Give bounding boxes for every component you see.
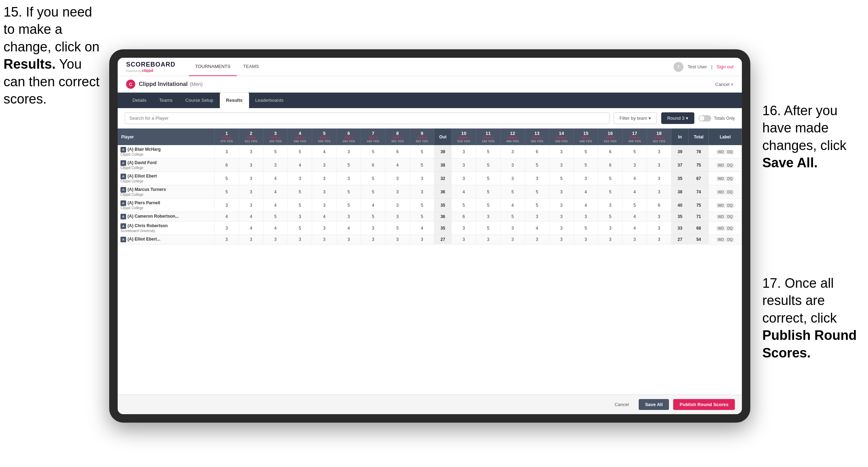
hole-2-score-3[interactable]: 3 bbox=[239, 185, 263, 199]
wd-label[interactable]: WD bbox=[717, 150, 725, 154]
hole-8-score-2[interactable]: 3 bbox=[385, 172, 410, 185]
hole-16-score-0[interactable]: 6 bbox=[598, 145, 622, 158]
hole-13-score-5[interactable]: 3 bbox=[525, 212, 549, 222]
hole-8-score-5[interactable]: 3 bbox=[385, 212, 410, 222]
hole-14-score-2[interactable]: 5 bbox=[549, 172, 574, 185]
search-input[interactable] bbox=[125, 112, 609, 124]
publish-round-scores-button[interactable]: Publish Round Scores bbox=[673, 399, 735, 410]
hole-14-score-6[interactable]: 3 bbox=[549, 222, 574, 235]
hole-18-score-6[interactable]: 3 bbox=[647, 222, 671, 235]
hole-10-score-5[interactable]: 6 bbox=[452, 212, 476, 222]
hole-10-score-1[interactable]: 3 bbox=[452, 158, 476, 172]
hole-6-score-0[interactable]: 3 bbox=[336, 145, 361, 158]
hole-3-score-1[interactable]: 3 bbox=[263, 158, 287, 172]
hole-10-score-6[interactable]: 3 bbox=[452, 222, 476, 235]
hole-13-score-7[interactable]: 3 bbox=[525, 235, 549, 244]
hole-5-score-7[interactable]: 3 bbox=[312, 235, 336, 244]
hole-4-score-4[interactable]: 5 bbox=[288, 199, 312, 212]
hole-5-score-1[interactable]: 3 bbox=[312, 158, 336, 172]
hole-14-score-0[interactable]: 3 bbox=[549, 145, 574, 158]
dq-label[interactable]: DQ bbox=[726, 214, 734, 219]
wd-label[interactable]: WD bbox=[717, 214, 725, 219]
tab-results[interactable]: Results bbox=[220, 93, 249, 108]
hole-7-score-2[interactable]: 5 bbox=[361, 172, 385, 185]
hole-8-score-4[interactable]: 3 bbox=[385, 199, 410, 212]
hole-4-score-7[interactable]: 3 bbox=[288, 235, 312, 244]
dq-label[interactable]: DQ bbox=[726, 226, 734, 231]
hole-15-score-5[interactable]: 3 bbox=[574, 212, 598, 222]
hole-15-score-3[interactable]: 4 bbox=[574, 185, 598, 199]
hole-2-score-5[interactable]: 4 bbox=[239, 212, 263, 222]
hole-13-score-4[interactable]: 5 bbox=[525, 199, 549, 212]
hole-7-score-6[interactable]: 3 bbox=[361, 222, 385, 235]
tab-details[interactable]: Details bbox=[126, 93, 153, 108]
hole-1-score-1[interactable]: 6 bbox=[215, 158, 239, 172]
hole-8-score-6[interactable]: 5 bbox=[385, 222, 410, 235]
hole-7-score-7[interactable]: 3 bbox=[361, 235, 385, 244]
hole-18-score-4[interactable]: 6 bbox=[647, 199, 671, 212]
hole-1-score-3[interactable]: 5 bbox=[215, 185, 239, 199]
hole-2-score-0[interactable]: 3 bbox=[239, 145, 263, 158]
hole-12-score-5[interactable]: 5 bbox=[500, 212, 525, 222]
hole-9-score-3[interactable]: 3 bbox=[410, 185, 434, 199]
hole-10-score-0[interactable]: 3 bbox=[452, 145, 476, 158]
hole-5-score-0[interactable]: 4 bbox=[312, 145, 336, 158]
hole-6-score-6[interactable]: 4 bbox=[336, 222, 361, 235]
tab-leaderboards[interactable]: Leaderboards bbox=[249, 93, 290, 108]
sign-out-link[interactable]: Sign out bbox=[717, 64, 733, 69]
hole-3-score-5[interactable]: 5 bbox=[263, 212, 287, 222]
hole-5-score-3[interactable]: 3 bbox=[312, 185, 336, 199]
hole-7-score-0[interactable]: 5 bbox=[361, 145, 385, 158]
hole-8-score-0[interactable]: 6 bbox=[385, 145, 410, 158]
hole-9-score-1[interactable]: 5 bbox=[410, 158, 434, 172]
hole-16-score-5[interactable]: 5 bbox=[598, 212, 622, 222]
dq-label[interactable]: DQ bbox=[726, 190, 734, 194]
hole-13-score-2[interactable]: 3 bbox=[525, 172, 549, 185]
hole-3-score-7[interactable]: 3 bbox=[263, 235, 287, 244]
hole-17-score-4[interactable]: 5 bbox=[622, 199, 647, 212]
hole-9-score-7[interactable]: 3 bbox=[410, 235, 434, 244]
hole-11-score-3[interactable]: 5 bbox=[476, 185, 500, 199]
hole-13-score-0[interactable]: 6 bbox=[525, 145, 549, 158]
hole-15-score-1[interactable]: 5 bbox=[574, 158, 598, 172]
hole-18-score-3[interactable]: 3 bbox=[647, 185, 671, 199]
dq-label[interactable]: DQ bbox=[726, 203, 734, 208]
hole-16-score-7[interactable]: 3 bbox=[598, 235, 622, 244]
hole-4-score-2[interactable]: 3 bbox=[288, 172, 312, 185]
hole-17-score-3[interactable]: 4 bbox=[622, 185, 647, 199]
hole-3-score-6[interactable]: 4 bbox=[263, 222, 287, 235]
hole-14-score-3[interactable]: 3 bbox=[549, 185, 574, 199]
hole-2-score-2[interactable]: 3 bbox=[239, 172, 263, 185]
hole-5-score-4[interactable]: 3 bbox=[312, 199, 336, 212]
hole-12-score-3[interactable]: 5 bbox=[500, 185, 525, 199]
wd-label[interactable]: WD bbox=[717, 226, 725, 231]
hole-6-score-4[interactable]: 5 bbox=[336, 199, 361, 212]
hole-6-score-7[interactable]: 3 bbox=[336, 235, 361, 244]
hole-15-score-6[interactable]: 5 bbox=[574, 222, 598, 235]
hole-18-score-5[interactable]: 3 bbox=[647, 212, 671, 222]
hole-18-score-7[interactable]: 3 bbox=[647, 235, 671, 244]
hole-1-score-6[interactable]: 3 bbox=[215, 222, 239, 235]
hole-6-score-3[interactable]: 5 bbox=[336, 185, 361, 199]
dq-label[interactable]: DQ bbox=[726, 150, 734, 154]
hole-12-score-2[interactable]: 3 bbox=[500, 172, 525, 185]
hole-1-score-0[interactable]: 3 bbox=[215, 145, 239, 158]
round-dropdown[interactable]: Round 3 ▾ bbox=[661, 112, 694, 124]
hole-17-score-0[interactable]: 5 bbox=[622, 145, 647, 158]
hole-10-score-2[interactable]: 3 bbox=[452, 172, 476, 185]
hole-14-score-4[interactable]: 3 bbox=[549, 199, 574, 212]
wd-label[interactable]: WD bbox=[717, 163, 725, 168]
hole-12-score-4[interactable]: 4 bbox=[500, 199, 525, 212]
wd-label[interactable]: WD bbox=[717, 203, 725, 208]
hole-7-score-5[interactable]: 5 bbox=[361, 212, 385, 222]
hole-17-score-6[interactable]: 4 bbox=[622, 222, 647, 235]
nav-tournaments[interactable]: TOURNAMENTS bbox=[189, 58, 237, 76]
hole-9-score-2[interactable]: 3 bbox=[410, 172, 434, 185]
nav-teams[interactable]: TEAMS bbox=[237, 58, 265, 76]
dq-label[interactable]: DQ bbox=[726, 237, 734, 242]
hole-16-score-3[interactable]: 5 bbox=[598, 185, 622, 199]
hole-6-score-1[interactable]: 5 bbox=[336, 158, 361, 172]
hole-3-score-3[interactable]: 4 bbox=[263, 185, 287, 199]
hole-16-score-2[interactable]: 5 bbox=[598, 172, 622, 185]
wd-label[interactable]: WD bbox=[717, 237, 725, 242]
